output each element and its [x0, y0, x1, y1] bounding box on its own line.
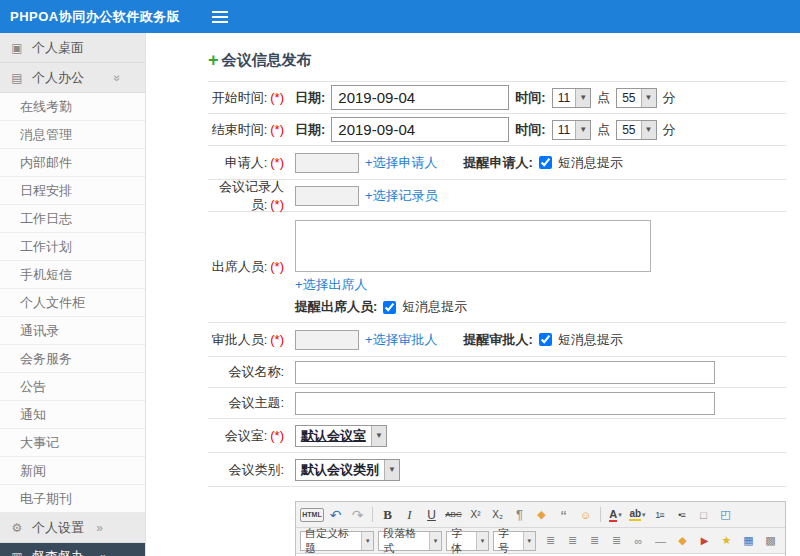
- recorder-input[interactable]: [295, 186, 359, 206]
- sidebar-item-schedule[interactable]: 日程安排: [0, 177, 145, 205]
- menu-icon[interactable]: [212, 11, 230, 23]
- font-family-select[interactable]: 字体▾: [446, 531, 489, 551]
- superscript-button[interactable]: X²: [465, 505, 486, 525]
- end-minute-select[interactable]: 55▼: [616, 120, 656, 140]
- insert-table-button[interactable]: ▦: [738, 531, 759, 551]
- strikethrough-button[interactable]: ABC: [443, 505, 464, 525]
- sidebar-item-events[interactable]: 大事记: [0, 429, 145, 457]
- sidebar-item-contacts[interactable]: 通讯录: [0, 317, 145, 345]
- insert-media-button[interactable]: ▶: [694, 531, 715, 551]
- align-center-button[interactable]: ≣: [562, 531, 583, 551]
- attendees-textarea[interactable]: [295, 220, 651, 272]
- sidebar-item-announcement[interactable]: 公告: [0, 373, 145, 401]
- sidebar-item-news[interactable]: 新闻: [0, 457, 145, 485]
- editor-toolbar-row2: 自定义标题▾ 段落格式▾ 字体▾ 字号▾ ≣ ≣ ≣ ≣ ∞ — ◆ ▶: [296, 528, 785, 554]
- meeting-subject-input[interactable]: [295, 392, 715, 415]
- sidebar-item-e-journal[interactable]: 电子期刊: [0, 485, 145, 513]
- choose-attendees-link[interactable]: +选择出席人: [295, 276, 368, 294]
- label-text: 会议室:: [225, 428, 268, 443]
- start-minute-select[interactable]: 55▼: [616, 88, 656, 108]
- sidebar-item-attendance[interactable]: 在线考勤: [0, 93, 145, 121]
- sidebar-item-label: 日程安排: [20, 182, 72, 200]
- dropdown-arrow-icon: ▾: [361, 532, 373, 550]
- sidebar-item-label: 个人办公: [32, 69, 84, 87]
- start-date-input[interactable]: [331, 85, 509, 110]
- meeting-name-input[interactable]: [295, 361, 715, 384]
- start-hour-select[interactable]: 11▼: [552, 88, 591, 108]
- meeting-room-value: 默认会议室: [296, 426, 371, 446]
- approver-sms-checkbox[interactable]: [539, 333, 552, 346]
- sidebar-item-work-log[interactable]: 工作日志: [0, 205, 145, 233]
- sidebar-item-internal-mail[interactable]: 内部邮件: [0, 149, 145, 177]
- main-content: + 会议信息发布 开始时间:(*) 日期: 时间: 11▼ 点 55▼ 分 结束…: [146, 33, 800, 556]
- paragraph-format-button[interactable]: ¶: [509, 505, 530, 525]
- sidebar-item-work-plan[interactable]: 工作计划: [0, 233, 145, 261]
- gear-icon: ⚙: [10, 521, 24, 535]
- align-justify-button[interactable]: ≣: [606, 531, 627, 551]
- meeting-room-select[interactable]: 默认会议室▼: [295, 425, 387, 447]
- sidebar-item-desktop[interactable]: ▣ 个人桌面: [0, 33, 145, 63]
- fullscreen-button[interactable]: ◰: [715, 505, 736, 525]
- new-page-button[interactable]: □: [693, 505, 714, 525]
- table-grid-button[interactable]: ▩: [760, 531, 781, 551]
- subscript-button[interactable]: X₂: [487, 505, 508, 525]
- horizontal-rule-button[interactable]: —: [650, 531, 671, 551]
- choose-recorder-link[interactable]: +选择记录员: [365, 187, 438, 205]
- underline-button[interactable]: U: [421, 505, 442, 525]
- form-row-start-time: 开始时间:(*) 日期: 时间: 11▼ 点 55▼ 分: [208, 82, 786, 114]
- sidebar-item-label: 新闻: [20, 462, 46, 480]
- dropdown-arrow-icon: ▾: [523, 532, 535, 550]
- sidebar-item-meeting-service[interactable]: 会务服务: [0, 345, 145, 373]
- align-right-button[interactable]: ≣: [584, 531, 605, 551]
- emoticon-button[interactable]: ☺: [575, 505, 596, 525]
- sidebar-item-label: 个人设置: [32, 519, 84, 537]
- choose-applicant-link[interactable]: +选择申请人: [365, 154, 438, 172]
- end-hour-select[interactable]: 11▼: [552, 120, 591, 140]
- sidebar-item-messages[interactable]: 消息管理: [0, 121, 145, 149]
- sidebar-item-notice[interactable]: 通知: [0, 401, 145, 429]
- heading-style-select[interactable]: 自定义标题▾: [300, 531, 374, 551]
- applicant-input[interactable]: [295, 153, 359, 173]
- highlight-color-button[interactable]: ab▾: [627, 505, 648, 525]
- italic-button[interactable]: I: [399, 505, 420, 525]
- choose-approver-link[interactable]: +选择审批人: [365, 331, 438, 349]
- sidebar-item-label: 在线考勤: [20, 98, 72, 116]
- form-row-meeting-name: 会议名称:: [208, 357, 786, 388]
- unordered-list-button[interactable]: •≡: [671, 505, 692, 525]
- ordered-list-button[interactable]: 1≡: [649, 505, 670, 525]
- meeting-category-select[interactable]: 默认会议类别▼: [295, 459, 400, 481]
- color-palette-button[interactable]: ◆: [531, 505, 552, 525]
- paragraph-format-select[interactable]: 段落格式▾: [378, 531, 442, 551]
- applicant-sms-checkbox[interactable]: [539, 156, 552, 169]
- required-mark: (*): [270, 197, 284, 212]
- sidebar-item-label: 会务服务: [20, 350, 72, 368]
- insert-image-button[interactable]: ◆: [672, 531, 693, 551]
- approver-input[interactable]: [295, 330, 359, 350]
- end-date-input[interactable]: [331, 117, 509, 142]
- undo-button[interactable]: ↶: [325, 505, 346, 525]
- attendees-sms-checkbox[interactable]: [383, 301, 396, 314]
- insert-flash-button[interactable]: ★: [716, 531, 737, 551]
- sidebar-item-file-cabinet[interactable]: 个人文件柜: [0, 289, 145, 317]
- blockquote-button[interactable]: “: [553, 505, 574, 525]
- page-title: + 会议信息发布: [208, 49, 788, 71]
- toolbar-separator: [372, 507, 373, 522]
- align-left-button[interactable]: ≣: [540, 531, 561, 551]
- redo-button[interactable]: ↷: [347, 505, 368, 525]
- sidebar-item-supervision[interactable]: ▥ 督查督办 »: [0, 543, 145, 556]
- form-row-approver: 审批人员:(*) +选择审批人 提醒审批人: 短消息提示: [208, 323, 786, 357]
- sidebar-item-sms[interactable]: 手机短信: [0, 261, 145, 289]
- rich-text-editor: HTML ↶ ↷ B I U ABC X² X₂ ¶ ◆ “: [295, 501, 786, 556]
- sidebar-item-office[interactable]: ▤ 个人办公 »: [0, 63, 145, 93]
- field-label: 会议类别:: [208, 461, 288, 479]
- dropdown-arrow-icon: ▼: [575, 121, 590, 139]
- font-size-select[interactable]: 字号▾: [493, 531, 536, 551]
- font-color-button[interactable]: A▾: [605, 505, 626, 525]
- minute-unit: 分: [663, 121, 676, 139]
- sidebar-item-settings[interactable]: ⚙ 个人设置 »: [0, 513, 145, 543]
- form-row-meeting-category: 会议类别: 默认会议类别▼: [208, 453, 786, 487]
- insert-link-button[interactable]: ∞: [628, 531, 649, 551]
- bold-button[interactable]: B: [377, 505, 398, 525]
- source-code-button[interactable]: HTML: [300, 508, 324, 522]
- label-text: 出席人员:: [212, 259, 268, 274]
